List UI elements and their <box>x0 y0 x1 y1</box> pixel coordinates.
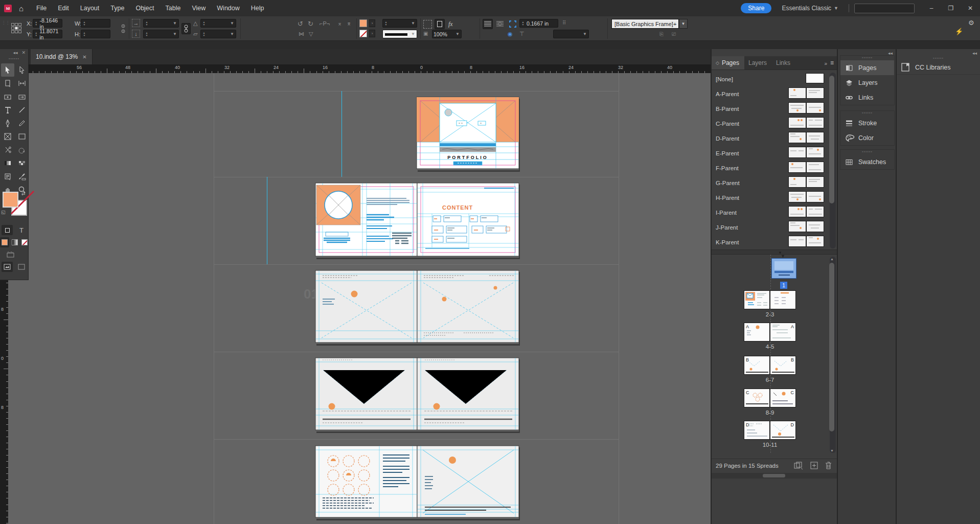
panel-grip[interactable]: ▪▪▪▪▪▪ <box>840 150 894 154</box>
scale-y-field[interactable]: ▲▼▼ <box>143 30 179 38</box>
opacity-field[interactable]: 100%▼ <box>432 30 462 38</box>
spread-4-5[interactable] <box>315 270 519 344</box>
effects-fx-icon[interactable]: fx <box>448 20 453 28</box>
reference-point-proxy[interactable] <box>11 23 21 33</box>
stroke-swatch[interactable] <box>359 30 367 37</box>
panel-splitter[interactable]: ▼ <box>712 249 838 255</box>
minimize-button[interactable]: – <box>922 0 941 16</box>
menu-window[interactable]: Window <box>211 0 245 16</box>
wrap-around-box-button[interactable] <box>495 19 505 29</box>
gap-tool[interactable] <box>15 77 29 90</box>
formatting-affects-text-button[interactable]: T <box>16 225 27 235</box>
document-tab[interactable]: 10.indd @ 13% ✕ <box>31 49 93 64</box>
dock-button-layers[interactable]: Layers <box>840 75 894 90</box>
object-style-dropdown[interactable]: ▼ <box>679 19 688 29</box>
dock-button-links[interactable]: Links <box>840 90 894 105</box>
w-field[interactable]: ▲▼ <box>81 19 110 28</box>
parent-page-none[interactable]: [None] <box>712 72 829 86</box>
shear-field[interactable]: ▲▼▼ <box>200 30 236 38</box>
parents-scrollbar[interactable] <box>830 73 836 248</box>
panel-grip[interactable]: ▪▪▪▪▪▪ <box>840 56 894 60</box>
more-tabs-icon[interactable]: » <box>822 58 829 70</box>
direct-selection-tool[interactable] <box>15 63 29 77</box>
apply-color-button[interactable] <box>0 237 9 247</box>
rotate-ccw-icon[interactable]: ↺ <box>298 20 303 28</box>
tab-pages[interactable]: ◇Pages <box>712 56 744 70</box>
scissors-tool[interactable] <box>1 143 14 156</box>
parent-page-f-parent[interactable]: F-Parent <box>712 161 829 175</box>
x-field[interactable]: ▲▼-8.1646 in <box>33 19 62 28</box>
screen-mode-normal-button[interactable] <box>2 262 13 272</box>
flip-vertical-icon[interactable]: ↓ <box>132 30 140 38</box>
rotate-cw-icon[interactable]: ↻ <box>308 20 313 28</box>
rectangle-tool[interactable] <box>15 130 29 143</box>
apply-gradient-button[interactable] <box>11 237 19 247</box>
line-tool[interactable] <box>15 103 29 117</box>
menu-help[interactable]: Help <box>245 0 270 16</box>
menu-file[interactable]: File <box>31 0 52 16</box>
quick-apply-icon[interactable]: ⚡ <box>955 28 963 35</box>
spread-8-9[interactable] <box>315 446 519 519</box>
scale-x-field[interactable]: ▲▼▼ <box>143 19 179 28</box>
tab-layers[interactable]: Layers <box>744 56 772 70</box>
parent-page-c-parent[interactable]: C-Parent <box>712 116 829 131</box>
menu-layout[interactable]: Layout <box>75 0 105 16</box>
menu-object[interactable]: Object <box>130 0 159 16</box>
restore-button[interactable]: ❐ <box>941 0 961 16</box>
collapse-cclib-icon[interactable]: ◂◂ <box>972 51 977 56</box>
collapse-panel-icon[interactable]: ◂◂ <box>13 50 17 55</box>
constrain-dimensions-icon[interactable] <box>119 24 127 34</box>
search-input[interactable] <box>854 4 915 13</box>
style-override-icon[interactable]: ⎘ <box>659 31 664 37</box>
dock-button-pages[interactable]: Pages <box>840 60 894 75</box>
page-thumbnail-6-7[interactable]: BB <box>744 356 796 375</box>
fill-color-swatch[interactable] <box>3 192 18 208</box>
menu-edit[interactable]: Edit <box>52 0 75 16</box>
panel-grip[interactable]: ⋮⋮ <box>2 20 10 25</box>
page-thumbnail-4-5[interactable]: AA <box>744 323 796 341</box>
pen-tool[interactable] <box>1 117 14 130</box>
page-number-badge[interactable]: 1 <box>780 282 787 289</box>
spread-2-3[interactable]: CONTENT <box>315 183 519 258</box>
stroke-weight-field[interactable]: ▲▼▼ <box>382 19 417 28</box>
select-previous-icon[interactable]: ⌅ <box>337 20 342 27</box>
select-container-icon[interactable]: ⌐P¬ <box>320 20 330 27</box>
dock-button-stroke[interactable]: Stroke <box>840 116 894 130</box>
page-thumbnail-8-9[interactable]: CC <box>744 389 796 407</box>
swap-fill-stroke-icon[interactable]: ⇄ <box>21 191 26 196</box>
parent-page-a-parent[interactable]: A-Parent <box>712 86 829 101</box>
flip-h-icon[interactable]: ⋈ <box>299 31 304 37</box>
share-button[interactable]: Share <box>741 3 771 13</box>
y-field[interactable]: ▲▼11.8071 in <box>33 30 62 38</box>
page-thumbnail-10-11[interactable]: DD <box>744 421 796 440</box>
page-tool[interactable] <box>1 77 14 90</box>
ruler-guide[interactable] <box>341 91 342 177</box>
close-panel-icon[interactable]: ✕ <box>21 50 26 55</box>
rotation-field[interactable]: ▲▼▼ <box>200 19 236 28</box>
horizontal-ruler[interactable]: 56484032241680816243240 <box>8 64 711 73</box>
select-next-icon[interactable]: ⌆ <box>347 20 351 27</box>
panel-grip[interactable]: ▪▪▪▪▪▪ <box>840 111 894 116</box>
frame-fitting-icon[interactable] <box>509 20 517 28</box>
parent-page-j-parent[interactable]: J-Parent <box>712 220 829 235</box>
parent-page-b-parent[interactable]: B-Parent <box>712 101 829 116</box>
pencil-tool[interactable] <box>15 117 29 130</box>
frame-grid-icon[interactable]: ⠿ <box>562 20 566 26</box>
ruler-guide[interactable] <box>267 177 267 264</box>
type-tool[interactable] <box>1 103 14 117</box>
pages-scrollbar[interactable]: ▲ ▼ <box>830 257 836 453</box>
panel-grip[interactable]: ▪▪▪▪▪▪ <box>0 56 28 60</box>
new-page-button[interactable] <box>810 462 818 469</box>
flip-v-icon[interactable]: ▽ <box>309 31 313 37</box>
page-thumbnail-2-3[interactable] <box>744 290 796 309</box>
workspace-switcher[interactable]: Essentials Classic ▼ <box>782 5 838 12</box>
parent-page-e-parent[interactable]: E-Parent <box>712 146 829 161</box>
gear-icon[interactable]: ⚙ <box>968 19 974 27</box>
stroke-type-field[interactable]: ▼ <box>382 30 417 38</box>
h-field[interactable]: ▲▼ <box>81 30 110 38</box>
parent-page-d-parent[interactable]: D-Parent <box>712 131 829 146</box>
flip-horizontal-icon[interactable]: → <box>132 19 140 27</box>
clear-overrides-icon[interactable]: ⎚ <box>672 31 676 37</box>
object-style-field[interactable]: [Basic Graphics Frame]+ <box>611 19 679 29</box>
spread-1-cover[interactable]: PORTFOLIO <box>417 97 519 170</box>
